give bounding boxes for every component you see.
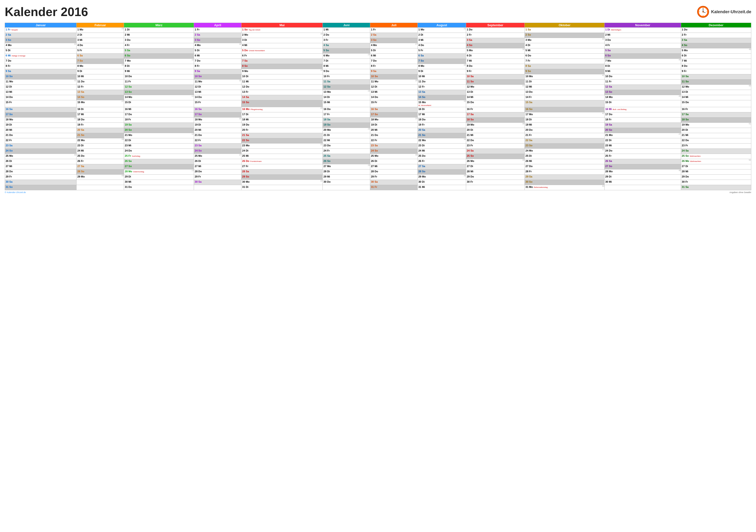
- aug-9: 9 Di: [418, 69, 466, 74]
- mai-12: 12 Do: [241, 85, 323, 90]
- jul-19: 19 Di: [370, 123, 418, 128]
- dez-13: 13 Di: [681, 90, 751, 95]
- sep-29: 29 Do: [466, 175, 525, 180]
- dez-16: 16 Fr: [681, 107, 751, 112]
- mar-23: 23 Mi: [124, 143, 194, 149]
- jun-28: 28 Di: [323, 169, 370, 175]
- jan-22: 22 Fr: [5, 138, 76, 143]
- feb-9: 9 Di: [76, 69, 124, 74]
- sep-21: 21 Mi: [466, 133, 525, 138]
- nov-3: 3 Do: [604, 38, 681, 43]
- feb-14: 14 So: [76, 95, 124, 100]
- dez-23: 23 Fr: [681, 143, 751, 149]
- okt-5: 5 Mi: [525, 48, 605, 54]
- mai-24: 24 Di: [241, 149, 323, 154]
- mar-21: 21 Mo12: [124, 133, 194, 138]
- jul-30: 30 Sa: [370, 180, 418, 185]
- aug-27: 27 Sa: [418, 164, 466, 169]
- feb-26: 26 Fr: [76, 159, 124, 164]
- sep-17: 17 Sa: [466, 112, 525, 117]
- svg-point-7: [699, 12, 700, 12]
- dez-19: 19 Mo51: [681, 123, 751, 128]
- table-row: 15 Fr 15 Mo07 15 Di 15 Fr 15 So 15 Mi 15…: [5, 100, 751, 107]
- aug-15: 15 Mo M. Himmelfahrt33: [418, 100, 466, 107]
- month-mar: März: [124, 23, 194, 28]
- aug-6: 6 Sa: [418, 54, 466, 59]
- jan-16: 16 Sa: [5, 107, 76, 112]
- dez-8: 8 Do: [681, 64, 751, 69]
- jun-25: 25 Sa: [323, 154, 370, 159]
- feb-13: 13 Sa: [76, 90, 124, 95]
- page-footer: © Kalender-Uhrzeit.de Angaben ohne Gewäh…: [5, 191, 751, 193]
- apr-22: 22 Fr: [194, 138, 241, 143]
- calendar-table: Januar Februar März April Mai Juni Juli …: [5, 23, 751, 190]
- jul-9: 9 Sa: [370, 69, 418, 74]
- jun-18: 18 Sa: [323, 117, 370, 123]
- feb-20: 20 Sa: [76, 128, 124, 133]
- jul-18: 18 Mo29: [370, 117, 418, 123]
- table-row: 14 Do 14 So 14 Mo11 14 Do 14 Sa 14 Di 14…: [5, 95, 751, 100]
- aug-7: 7 So: [418, 59, 466, 64]
- jan-1: 1 FrNeujahr: [5, 28, 76, 33]
- sep-31: [466, 185, 525, 190]
- jan-8: 8 Fr: [5, 64, 76, 69]
- jan-26: 26 Di: [5, 159, 76, 164]
- mar-12: 12 Sa: [124, 85, 194, 90]
- month-jul: Juli: [370, 23, 418, 28]
- jan-25: 25 Mo04: [5, 154, 76, 159]
- month-feb: Februar: [76, 23, 124, 28]
- sep-16: 16 Fr: [466, 107, 525, 112]
- nov-7: 7 Mo45: [604, 59, 681, 64]
- mar-5: 5 Sa: [124, 48, 194, 54]
- sep-26: 26 Mo39: [466, 159, 525, 164]
- apr-29: 29 Fr: [194, 175, 241, 180]
- apr-12: 12 Di: [194, 85, 241, 90]
- svg-point-6: [703, 15, 703, 16]
- jun-22: 22 Mi: [323, 138, 370, 143]
- jun-3: 3 Fr: [323, 38, 370, 43]
- jun-11: 11 Sa: [323, 80, 370, 85]
- feb-7: 7 So: [76, 59, 124, 64]
- jul-16: 16 Sa: [370, 107, 418, 112]
- mai-14: 14 Sa: [241, 95, 323, 100]
- okt-13: 13 Do: [525, 90, 605, 95]
- sep-12: 12 Mo37: [466, 85, 525, 90]
- apr-30: 30 Sa: [194, 180, 241, 185]
- jan-5: 5 Di: [5, 48, 76, 54]
- sep-10: 10 Sa: [466, 74, 525, 80]
- jul-14: 14 Do: [370, 95, 418, 100]
- jul-12: 12 Di: [370, 85, 418, 90]
- aug-4: 4 Do: [418, 43, 466, 48]
- sep-3: 3 Sa: [466, 38, 525, 43]
- table-row: 26 Di 26 Fr 26 Sa 26 Di 26 DoFronleichna…: [5, 159, 751, 164]
- table-row: 18 Mo03 18 Do 18 Fr 18 Mo16 18 Mi 18 Sa …: [5, 117, 751, 123]
- nov-12: 12 Sa: [604, 85, 681, 90]
- nov-8: 8 Di: [604, 64, 681, 69]
- mar-15: 15 Di: [124, 100, 194, 107]
- feb-21: 21 So: [76, 133, 124, 138]
- mar-30: 30 Mi: [124, 180, 194, 185]
- jul-21: 21 Do: [370, 133, 418, 138]
- mai-15: 15 So: [241, 100, 323, 107]
- calendar-body: 1 FrNeujahr 1 Mo05 1 Di 1 Fr 1 SoTag der…: [5, 28, 751, 190]
- mar-9: 9 Mi: [124, 69, 194, 74]
- aug-19: 19 Fr: [418, 123, 466, 128]
- sep-27: 27 Di: [466, 164, 525, 169]
- sep-22: 22 Do: [466, 138, 525, 143]
- jun-14: 14 Di: [323, 95, 370, 100]
- sep-19: 19 Mo38: [466, 123, 525, 128]
- jan-13: 13 Mi: [5, 90, 76, 95]
- nov-16: 16 MiBuß- und Bettag: [604, 107, 681, 112]
- dez-3: 3 Sa: [681, 38, 751, 43]
- table-row: 10 So 10 Mi 10 Do 10 So 10 Di 10 Fr 10 S…: [5, 74, 751, 80]
- jun-31: [323, 185, 370, 190]
- apr-5: 5 Di: [194, 48, 241, 54]
- dez-24: 24 Sa: [681, 149, 751, 154]
- aug-13: 13 Sa: [418, 90, 466, 95]
- okt-27: 27 Do: [525, 164, 605, 169]
- dez-14: 14 Mi: [681, 95, 751, 100]
- table-row: 3 So 3 Mi 3 Do 3 So 3 Di 3 Fr 3 So 3 Mi: [5, 38, 751, 43]
- okt-23: 23 So: [525, 143, 605, 149]
- okt-2: 2 So: [525, 33, 605, 38]
- feb-1: 1 Mo05: [76, 28, 124, 33]
